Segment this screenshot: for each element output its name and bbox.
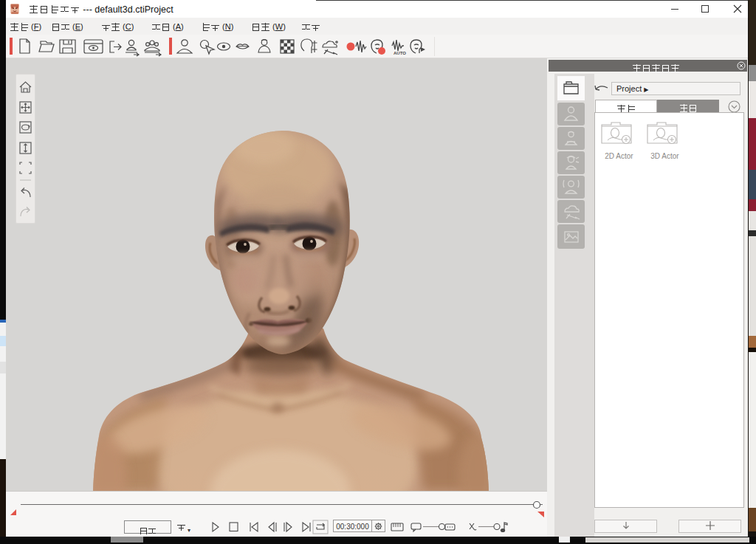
svg-text:AUTO: AUTO	[394, 51, 406, 55]
